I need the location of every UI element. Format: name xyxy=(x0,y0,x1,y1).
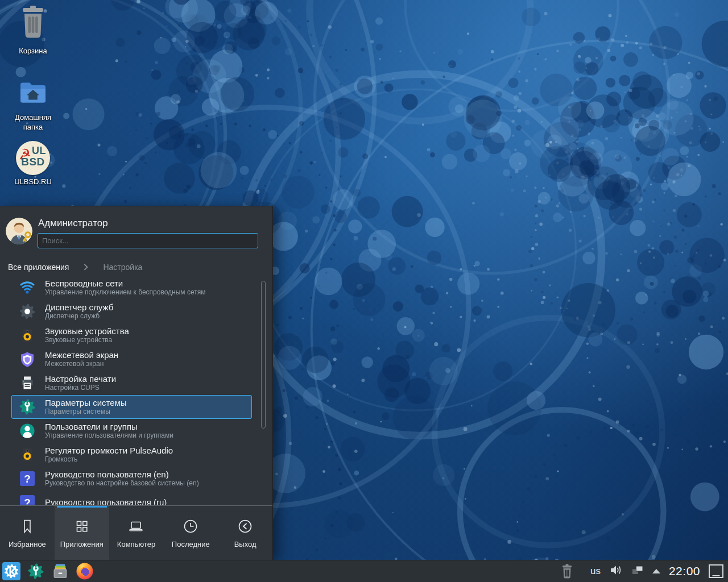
tab-label: Выход xyxy=(234,540,257,548)
app-item-title: Руководство пользователя (ru) xyxy=(45,497,167,505)
app-item[interactable]: Регулятор громкости PulseAudio Громкость xyxy=(11,443,252,467)
app-item[interactable]: Звуковые устройства Звуковые устройства xyxy=(11,323,252,347)
chevron-right-icon xyxy=(84,264,88,271)
app-item-title: Беспроводные сети xyxy=(45,278,205,288)
desktop-icon-label: Корзина xyxy=(19,47,47,56)
app-item[interactable]: Межсетевой экран Межсетевой экран xyxy=(11,347,252,371)
leave-icon xyxy=(237,518,254,535)
help-icon: ? xyxy=(19,470,36,487)
app-item-subtitle: Межсетевой экран xyxy=(45,360,118,368)
file-manager-button[interactable] xyxy=(51,562,69,580)
app-item[interactable]: ? Руководство пользователя (en) Руководс… xyxy=(11,467,252,490)
apps-grid-icon xyxy=(73,518,90,535)
desktop-icon-ulbsd[interactable]: ☭ UL BSD ULBSD.RU xyxy=(0,141,66,187)
app-list: Беспроводные сети Управление подключение… xyxy=(0,276,272,505)
svg-text:?: ? xyxy=(24,497,31,505)
app-item-title: Пользователи и группы xyxy=(45,422,173,431)
app-item[interactable]: Пользователи и группы Управление пользов… xyxy=(11,419,252,443)
clipboard-icon[interactable] xyxy=(631,564,644,578)
home-folder-icon xyxy=(16,76,49,111)
app-item-title: Регулятор громкости PulseAudio xyxy=(45,446,173,455)
tab-label: Приложения xyxy=(60,540,104,548)
speaker-icon xyxy=(19,446,36,463)
services-gear-icon xyxy=(19,303,36,320)
application-launcher-button[interactable] xyxy=(2,562,20,580)
app-item-subtitle: Настройка CUPS xyxy=(45,384,116,392)
user-name: Администратор xyxy=(38,218,258,229)
system-tray: us 22:00 xyxy=(558,562,723,580)
app-item-title: Руководство пользователя (en) xyxy=(45,469,199,479)
desktop-icon-home-folder[interactable]: Домашняя папка xyxy=(0,76,66,132)
volume-icon[interactable] xyxy=(609,564,623,579)
user-avatar[interactable] xyxy=(6,218,32,244)
tab-clock-history[interactable]: Последние xyxy=(163,506,218,560)
app-item-title: Настройка печати xyxy=(45,374,116,384)
app-item-subtitle: Управление пользователями и группами xyxy=(45,431,173,440)
app-item-subtitle: Руководство по настройке базовой системы… xyxy=(45,479,199,488)
app-item-subtitle: Звуковые устройства xyxy=(45,336,129,344)
keyboard-layout-indicator[interactable]: us xyxy=(590,566,601,577)
computer-icon xyxy=(127,518,144,535)
taskbar: us 22:00 xyxy=(0,560,728,582)
firewall-shield-icon xyxy=(19,351,36,368)
tab-apps-grid[interactable]: Приложения xyxy=(55,506,109,560)
application-launcher-menu: Администратор Все приложения Настройка Б… xyxy=(0,206,273,560)
system-settings-icon xyxy=(19,398,36,415)
desktop-icon-trash[interactable]: Корзина xyxy=(0,5,66,56)
app-item-subtitle: Диспетчер служб xyxy=(45,312,113,321)
speaker-icon xyxy=(19,327,36,344)
tab-computer[interactable]: Компьютер xyxy=(109,506,164,560)
trash-icon[interactable] xyxy=(558,562,576,580)
firefox-button[interactable] xyxy=(76,562,94,580)
show-desktop-button[interactable] xyxy=(709,564,723,578)
search-input[interactable] xyxy=(38,233,258,248)
desktop: Корзина Домашняя папка ☭ UL BSD ULBSD.RU xyxy=(0,0,728,582)
breadcrumb: Все приложения Настройка xyxy=(8,263,264,272)
tab-leave[interactable]: Выход xyxy=(218,506,272,560)
breadcrumb-current: Настройка xyxy=(103,263,142,272)
clock[interactable]: 22:00 xyxy=(669,564,700,578)
bookmark-icon xyxy=(19,518,36,535)
trash-icon xyxy=(15,5,51,44)
app-item-subtitle: Управление подключением к беспроводным с… xyxy=(45,288,205,297)
app-item-title: Параметры системы xyxy=(45,398,127,408)
system-settings-button[interactable] xyxy=(27,562,45,580)
svg-text:?: ? xyxy=(24,473,31,485)
breadcrumb-root[interactable]: Все приложения xyxy=(8,263,69,272)
app-item-subtitle: Громкость xyxy=(45,455,173,464)
tab-label: Избранное xyxy=(9,540,46,548)
app-item[interactable]: Беспроводные сети Управление подключение… xyxy=(11,276,252,300)
app-item-subtitle: Параметры системы xyxy=(45,408,127,416)
desktop-icon-label: Домашняя папка xyxy=(5,113,61,132)
app-item-title: Межсетевой экран xyxy=(45,350,118,360)
app-item[interactable]: Настройка печати Настройка CUPS xyxy=(11,371,252,395)
desktop-icon-label: ULBSD.RU xyxy=(14,177,52,187)
expand-tray-icon[interactable] xyxy=(652,569,660,573)
launcher-tabs: Избранное Приложения Компьютер Последние… xyxy=(0,505,272,560)
wifi-icon xyxy=(19,279,36,296)
app-item[interactable]: Диспетчер служб Диспетчер служб xyxy=(11,300,252,323)
help-icon: ? xyxy=(19,494,36,505)
users-icon xyxy=(19,422,36,439)
tab-label: Компьютер xyxy=(117,540,155,548)
tab-bookmark[interactable]: Избранное xyxy=(0,506,55,560)
tab-label: Последние xyxy=(172,540,210,548)
app-item-title: Звуковые устройства xyxy=(45,326,129,336)
app-item[interactable]: ? Руководство пользователя (ru) xyxy=(11,490,252,505)
printer-icon xyxy=(19,375,36,392)
clock-history-icon xyxy=(182,518,199,535)
app-item[interactable]: Параметры системы Параметры системы xyxy=(11,395,252,419)
taskbar-launchers xyxy=(2,562,94,580)
app-item-title: Диспетчер служб xyxy=(45,302,113,312)
ulbsd-logo-icon: ☭ UL BSD xyxy=(16,141,50,175)
scrollbar-thumb[interactable] xyxy=(261,281,266,429)
launcher-header: Администратор xyxy=(0,206,272,248)
